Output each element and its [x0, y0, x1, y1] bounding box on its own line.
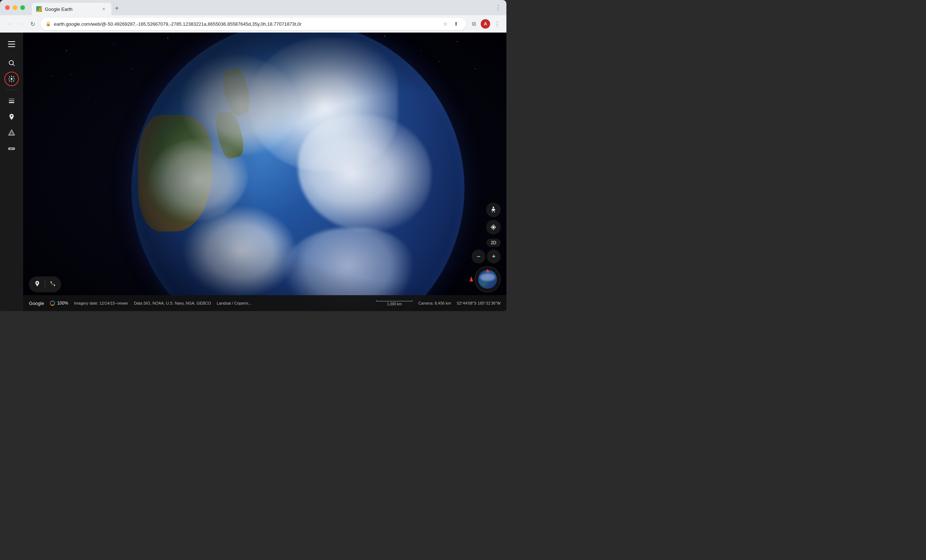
svg-rect-4	[9, 98, 14, 100]
address-actions: ☆ ⬆	[440, 19, 461, 29]
layers-icon	[8, 97, 15, 104]
my-location-button[interactable]	[486, 220, 501, 235]
toolbar-divider	[45, 280, 45, 288]
featured-icon	[8, 75, 15, 82]
mini-earth-cloud	[480, 274, 495, 281]
svg-point-29	[475, 68, 476, 69]
sidebar-divider-1	[6, 90, 17, 90]
pin-location-button[interactable]	[34, 280, 41, 288]
sidebar-search-button[interactable]	[5, 56, 19, 70]
share-button[interactable]: ⬆	[451, 19, 461, 29]
sidebar-places-button[interactable]	[5, 110, 19, 124]
svg-rect-5	[9, 100, 14, 101]
address-bar[interactable]: 🔒 earth.google.com/web/@-50.49269287,-16…	[41, 18, 466, 30]
loading-circle-icon	[50, 301, 55, 306]
zoom-controls: − +	[472, 250, 501, 263]
svg-point-34	[54, 285, 55, 286]
north-arrow-icon	[469, 276, 473, 282]
hamburger-icon	[8, 41, 15, 47]
back-button[interactable]: ←	[5, 19, 14, 29]
svg-point-23	[384, 36, 385, 36]
view-2d-button[interactable]: 2D	[487, 239, 501, 247]
svg-point-33	[51, 282, 52, 283]
sidebar-featured-button[interactable]	[5, 72, 19, 86]
earth-viewport[interactable]: 2D − +	[23, 33, 507, 311]
svg-point-27	[131, 68, 132, 69]
svg-marker-9	[9, 131, 14, 135]
search-icon	[8, 59, 15, 67]
svg-point-19	[168, 38, 168, 38]
svg-point-24	[421, 50, 421, 51]
bottom-toolbar	[29, 276, 61, 292]
google-logo: Google	[29, 301, 44, 306]
close-window-button[interactable]	[5, 5, 10, 10]
pegman-button[interactable]	[486, 203, 501, 217]
camera-info: Camera: 8,456 km	[418, 301, 451, 305]
extensions-button[interactable]: ⧉	[469, 19, 479, 29]
right-controls: 2D − +	[469, 203, 501, 292]
new-tab-button[interactable]: +	[111, 3, 122, 14]
profile-button[interactable]: A	[480, 19, 490, 29]
svg-rect-6	[9, 102, 14, 103]
toolbar-pill	[29, 276, 61, 292]
tab-favicon	[36, 6, 42, 12]
tab-title: Google Earth	[45, 6, 98, 12]
forward-button[interactable]: →	[16, 19, 26, 29]
svg-point-26	[52, 76, 53, 76]
svg-point-18	[113, 43, 114, 44]
svg-point-17	[66, 50, 67, 51]
svg-point-35	[493, 207, 494, 208]
more-button[interactable]: ⋮	[492, 19, 502, 29]
scale-bar: 1,000 km	[376, 300, 412, 306]
svg-point-7	[11, 115, 12, 117]
tab-bar: Google Earth × + ⋮	[0, 0, 507, 15]
nav-buttons: ← → ↻	[5, 19, 38, 29]
route-button[interactable]	[50, 280, 56, 288]
maximize-window-button[interactable]	[20, 5, 25, 10]
bookmark-button[interactable]: ☆	[440, 19, 450, 29]
omnibox-bar: ← → ↻ 🔒 earth.google.com/web/@-50.492692…	[0, 15, 507, 33]
mapstyle-icon	[8, 129, 15, 136]
svg-point-3	[11, 78, 13, 80]
sidebar-layers-button[interactable]	[5, 94, 19, 108]
active-tab[interactable]: Google Earth ×	[32, 3, 111, 15]
profile-avatar[interactable]: A	[481, 19, 490, 29]
svg-line-2	[13, 64, 14, 66]
tabs-area: Google Earth × +	[32, 3, 504, 15]
scale-line	[376, 300, 412, 301]
measure-icon	[8, 145, 15, 152]
svg-point-30	[88, 97, 89, 98]
reload-button[interactable]: ↻	[27, 19, 38, 29]
tab-close-button[interactable]: ×	[101, 6, 107, 12]
scale-label: 1,000 km	[387, 302, 402, 306]
atmosphere	[132, 33, 465, 311]
compass-widget[interactable]	[475, 266, 501, 292]
traffic-lights	[5, 5, 25, 10]
zoom-in-button[interactable]: +	[487, 250, 501, 263]
lock-icon: 🔒	[45, 21, 51, 26]
loading-percent: 100%	[57, 301, 68, 306]
minimize-window-button[interactable]	[13, 5, 17, 10]
zoom-out-button[interactable]: −	[472, 250, 486, 263]
menu-button[interactable]	[5, 37, 19, 51]
coordinates: 52°44'08"S 165°31'36"W	[457, 301, 501, 305]
north-indicator	[469, 276, 473, 282]
address-text: earth.google.com/web/@-50.49269287,-165.…	[54, 21, 438, 27]
mini-earth-land	[482, 282, 487, 286]
places-icon	[8, 113, 15, 121]
sidebar-mapstyle-button[interactable]	[5, 126, 19, 140]
compass-row	[469, 266, 501, 292]
earth-globe[interactable]	[132, 33, 465, 311]
browser-actions: ⧉ A ⋮	[469, 19, 502, 29]
data-source: Data SIO, NOAA, U.S. Navy, NGA, GEBCO	[134, 301, 211, 305]
imagery-date: Imagery date: 12/14/15−newer	[74, 301, 129, 305]
mini-earth	[478, 270, 497, 289]
svg-point-28	[439, 61, 439, 62]
status-loading: 100%	[50, 301, 68, 306]
satellite-label: Landsat / Coperni...	[217, 301, 251, 305]
content-area: 2D − +	[0, 33, 507, 311]
tab-right-controls: ⋮	[495, 4, 501, 12]
sidebar-measure-button[interactable]	[5, 141, 19, 156]
svg-point-25	[457, 41, 458, 42]
sidebar	[0, 33, 23, 311]
